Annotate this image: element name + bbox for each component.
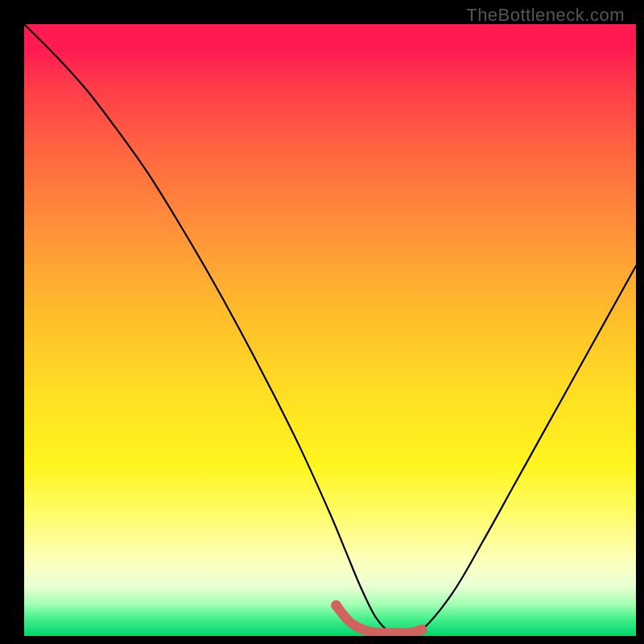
optimal-zone-path xyxy=(336,605,422,634)
chart-svg xyxy=(24,24,636,636)
chart-plot-area xyxy=(24,24,636,636)
optimal-zone-end-dot xyxy=(417,625,427,635)
watermark-text: TheBottleneck.com xyxy=(466,5,625,26)
bottleneck-curve-path xyxy=(24,24,636,634)
optimal-zone-start-dot xyxy=(331,601,341,611)
